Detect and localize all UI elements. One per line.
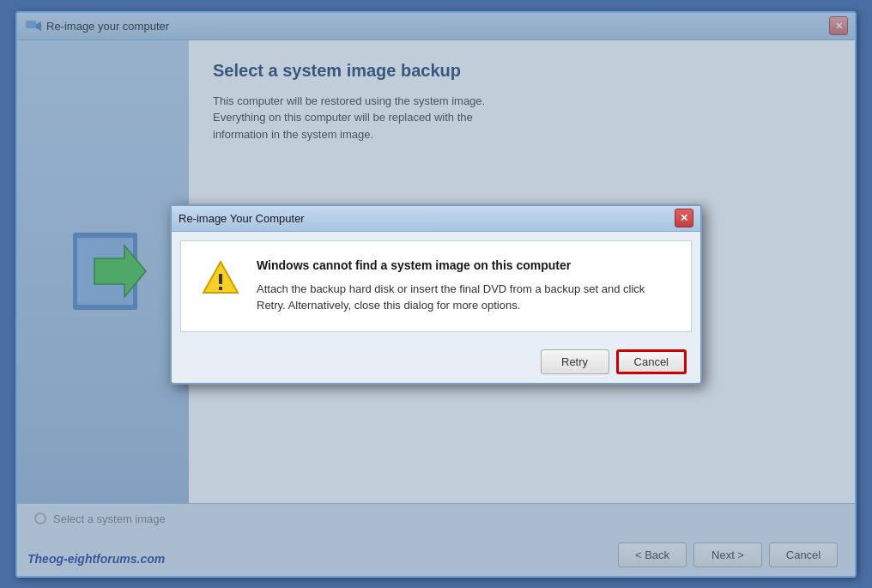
outer-window: Re-image your computer ✕ Select a system… — [15, 11, 857, 578]
modal-dialog: Re-image Your Computer ✕ Windows cannot … — [170, 204, 702, 385]
svg-rect-7 — [219, 287, 222, 290]
svg-rect-6 — [219, 274, 222, 284]
modal-title-bar: Re-image Your Computer ✕ — [172, 206, 700, 232]
warning-icon — [202, 258, 239, 296]
modal-content: Windows cannot find a system image on th… — [180, 240, 692, 332]
modal-title: Re-image Your Computer — [179, 212, 305, 225]
modal-cancel-button[interactable]: Cancel — [616, 349, 687, 374]
modal-message: Windows cannot find a system image on th… — [257, 258, 670, 314]
warning-icon-container — [202, 258, 243, 300]
retry-button[interactable]: Retry — [541, 349, 609, 374]
modal-overlay: Re-image Your Computer ✕ Windows cannot … — [17, 13, 855, 576]
modal-close-button[interactable]: ✕ — [675, 209, 693, 227]
modal-buttons: Retry Cancel — [172, 341, 700, 383]
modal-error-body: Attach the backup hard disk or insert th… — [257, 281, 670, 314]
modal-error-title: Windows cannot find a system image on th… — [257, 258, 670, 272]
